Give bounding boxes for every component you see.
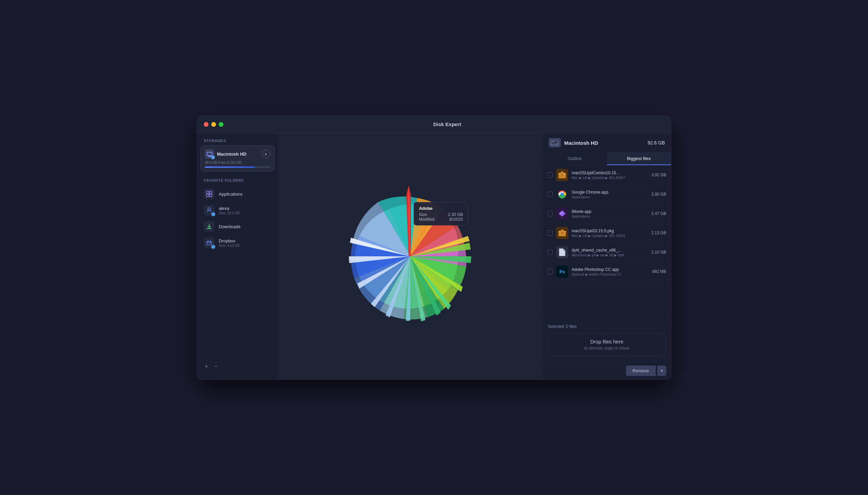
storages-label: Storages: [197, 139, 278, 146]
dropbox-icon: ✓: [204, 237, 215, 248]
file-size: 3.90 GB: [651, 192, 666, 197]
applications-icon: [204, 188, 215, 199]
storage-header: ✓ Macintosh HD ▶: [205, 149, 270, 159]
remove-dropdown-button[interactable]: ▾: [657, 365, 666, 376]
drop-target[interactable]: Drop files here to remove, copy or move: [548, 333, 666, 356]
right-panel: Macintosh HD 92.6 GB Outline Biggest fil…: [542, 133, 671, 379]
svg-rect-2: [206, 194, 209, 197]
storage-bar: [205, 167, 270, 168]
file-path: Mac ▶ Lib ▶ Updates ▶ 001-12341: [572, 234, 648, 238]
file-info: iMovie.app Applications: [572, 209, 648, 218]
file-name: dyld_shared_cache_x86_...: [572, 248, 648, 253]
file-name: iMovie.app: [572, 209, 648, 214]
file-checkbox[interactable]: [547, 250, 553, 255]
dropbox-text: Dropbox Size: 4.52 GB: [219, 238, 271, 248]
main-content: Storages ✓ Macintosh HD ▶ 28.6 GB Free o…: [197, 133, 671, 379]
storage-item-macintosh[interactable]: ✓ Macintosh HD ▶ 28.6 GB Free of 121 GB: [200, 146, 275, 172]
file-name: macOSUpd10.15.5.pkg: [572, 228, 648, 233]
svg-rect-0: [206, 191, 209, 193]
add-folder-button[interactable]: +: [202, 362, 210, 371]
svg-rect-23: [561, 229, 563, 232]
right-tabs: Outline Biggest files: [543, 153, 671, 166]
svg-rect-4: [207, 228, 211, 229]
svg-rect-5: [207, 241, 211, 245]
sidebar-item-alexa[interactable]: ✓ alexa Size: 18.0 GB: [197, 202, 278, 218]
file-checkbox[interactable]: [547, 211, 553, 216]
file-generic-icon: [556, 246, 568, 258]
file-size: 2.13 GB: [651, 231, 666, 235]
file-size: 2.47 GB: [651, 211, 666, 216]
close-button[interactable]: [204, 122, 208, 127]
file-path: Applications: [572, 215, 648, 218]
sidebar-item-applications[interactable]: Applications: [197, 186, 278, 202]
file-size: 2.10 GB: [651, 250, 666, 255]
file-info: macOSUpdCombo10.15... Mac ▶ Lib ▶ Update…: [572, 171, 648, 180]
scan-button[interactable]: ▶: [262, 150, 270, 158]
file-item[interactable]: macOSUpd10.15.5.pkg Mac ▶ Lib ▶ Updates …: [543, 223, 671, 243]
sunburst-chart[interactable]: Macintosh HD: [322, 168, 498, 344]
svg-marker-20: [559, 210, 565, 217]
selected-count: Selected: 0 files: [548, 324, 666, 329]
file-path: Mac ▶ Lib ▶ Updates ▶ 061-94457: [572, 176, 648, 180]
drop-title: Drop files here: [554, 339, 660, 344]
svg-rect-14: [561, 172, 563, 174]
minimize-button[interactable]: [211, 122, 216, 127]
svg-point-10: [556, 143, 558, 144]
favorites-section: Favorite Folders Applications ✓: [197, 178, 278, 359]
dropbox-size: Size: 4.52 GB: [219, 244, 271, 248]
sidebar-bottom: + −: [197, 359, 278, 374]
file-size: 892 MB: [652, 269, 666, 274]
file-path: Applications: [572, 195, 648, 199]
drop-zone: Selected: 0 files Drop files here to rem…: [543, 318, 671, 362]
tab-biggest-files[interactable]: Biggest files: [607, 153, 671, 165]
storage-name: Macintosh HD: [217, 152, 259, 157]
disk-icon-right: [549, 138, 561, 148]
file-info: macOSUpd10.15.5.pkg Mac ▶ Lib ▶ Updates …: [572, 228, 648, 238]
maximize-button[interactable]: [219, 122, 223, 127]
svg-point-18: [561, 193, 563, 195]
window-title: Disk Expert: [230, 121, 664, 127]
storage-badge: ✓: [211, 155, 215, 159]
file-checkbox[interactable]: [547, 230, 553, 236]
dropbox-name: Dropbox: [219, 238, 271, 243]
file-checkbox[interactable]: [547, 191, 553, 197]
downloads-text: Downloads: [219, 224, 271, 229]
sidebar-item-downloads[interactable]: Downloads: [197, 218, 278, 235]
tab-outline[interactable]: Outline: [543, 153, 607, 165]
file-item[interactable]: iMovie.app Applications 2.47 GB: [543, 204, 671, 223]
photoshop-icon: Ps: [556, 266, 568, 278]
svg-rect-24: [561, 232, 563, 233]
files-list: macOSUpdCombo10.15... Mac ▶ Lib ▶ Update…: [543, 166, 671, 318]
sidebar: Storages ✓ Macintosh HD ▶ 28.6 GB Free o…: [197, 133, 278, 379]
svg-rect-1: [209, 191, 212, 193]
svg-rect-7: [422, 208, 428, 214]
file-item[interactable]: Google Chrome.app Applications 3.90 GB: [543, 185, 671, 204]
file-checkbox[interactable]: [547, 172, 553, 178]
file-item[interactable]: macOSUpdCombo10.15... Mac ▶ Lib ▶ Update…: [543, 166, 671, 185]
file-path: Applicati ▶ Adobe Photoshop CC: [572, 273, 649, 276]
pkg-icon: [556, 227, 568, 239]
svg-rect-15: [561, 174, 563, 175]
svg-rect-3: [209, 194, 212, 197]
chart-area: Macintosh HD: [278, 133, 542, 379]
storage-disk-icon: ✓: [205, 149, 214, 159]
sidebar-item-dropbox[interactable]: ✓ Dropbox Size: 4.52 GB: [197, 235, 278, 251]
alexa-badge: ✓: [211, 212, 215, 216]
file-item[interactable]: dyld_shared_cache_x86_... Macintosh ▶ pr…: [543, 243, 671, 262]
remove-folder-button[interactable]: −: [212, 362, 220, 371]
remove-button[interactable]: Remove: [626, 365, 656, 376]
file-icon-package: [556, 169, 568, 181]
file-size: 3.92 GB: [651, 173, 666, 177]
applications-name: Applications: [219, 191, 271, 197]
right-header-disk-size: 92.6 GB: [648, 140, 665, 146]
right-header-disk-name: Macintosh HD: [564, 140, 644, 146]
right-header: Macintosh HD 92.6 GB: [543, 133, 671, 153]
imovie-icon: [556, 207, 568, 220]
file-info: dyld_shared_cache_x86_... Macintosh ▶ pr…: [572, 248, 648, 257]
svg-text:Ps: Ps: [559, 269, 565, 274]
file-name: Google Chrome.app: [572, 190, 648, 194]
file-checkbox[interactable]: [547, 269, 553, 274]
svg-rect-11: [552, 141, 555, 142]
applications-text: Applications: [219, 191, 271, 197]
file-item[interactable]: Ps Adobe Photoshop CC.app Applicati ▶ Ad…: [543, 262, 671, 281]
